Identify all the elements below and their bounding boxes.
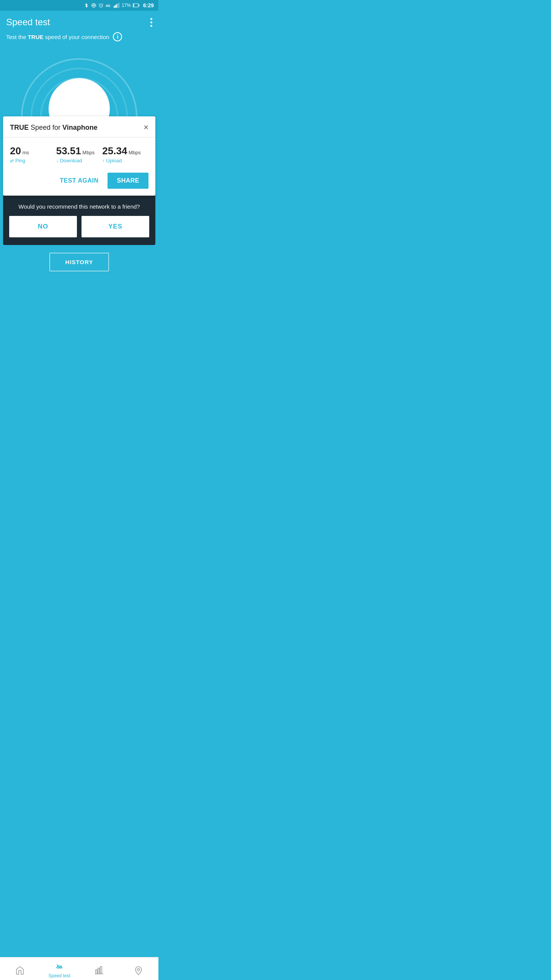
share-button[interactable]: SHARE xyxy=(108,173,148,189)
ping-value: 20 ms xyxy=(10,145,56,157)
subtitle-text: Test the TRUE speed of your connection xyxy=(6,34,109,40)
ping-metric: 20 ms ⇄ Ping xyxy=(10,145,56,163)
svg-text:4G: 4G xyxy=(106,4,110,8)
upload-metric: 25.34 Mbps ↑ Upload xyxy=(102,145,148,163)
recommendation-buttons: NO YES xyxy=(9,216,149,237)
network-icon: 4G xyxy=(106,3,112,8)
ping-icon: ⇄ xyxy=(10,158,14,163)
history-section: HISTORY xyxy=(0,245,158,279)
svg-rect-6 xyxy=(114,6,114,8)
subtitle: Test the TRUE speed of your connection i xyxy=(0,32,158,47)
svg-rect-9 xyxy=(117,3,118,8)
bluetooth-icon xyxy=(84,3,89,8)
upload-label: ↑ Upload xyxy=(102,158,148,163)
history-button[interactable]: HISTORY xyxy=(49,253,109,271)
card-actions: TEST AGAIN SHARE xyxy=(3,170,155,196)
time: 6:29 xyxy=(143,2,154,8)
battery-percent: 17% xyxy=(122,3,131,8)
svg-rect-7 xyxy=(115,5,116,8)
svg-rect-10 xyxy=(119,3,119,8)
svg-rect-12 xyxy=(139,5,139,7)
true-bold: TRUE xyxy=(28,34,44,40)
status-icons: 4G 17% 6:29 xyxy=(84,2,154,8)
svg-rect-8 xyxy=(116,4,117,8)
upload-value: 25.34 Mbps xyxy=(102,145,148,157)
vibrate-icon xyxy=(91,3,96,8)
metrics-row: 20 ms ⇄ Ping 53.51 Mbps ↓ Download 25.34… xyxy=(3,137,155,170)
results-card: TRUE Speed for Vinaphone × 20 ms ⇄ Ping … xyxy=(3,116,155,196)
status-bar: 4G 17% 6:29 xyxy=(0,0,158,11)
download-arrow-icon: ↓ xyxy=(56,158,59,163)
upload-arrow-icon: ↑ xyxy=(102,158,104,163)
signal-icon xyxy=(114,3,120,8)
alarm-icon xyxy=(98,3,104,8)
app-title: Speed test xyxy=(6,17,50,28)
test-again-button[interactable]: TEST AGAIN xyxy=(55,173,103,188)
info-button[interactable]: i xyxy=(113,32,122,41)
gauge-area xyxy=(0,47,158,116)
svg-rect-1 xyxy=(93,5,94,6)
svg-rect-13 xyxy=(133,4,134,7)
close-button[interactable]: × xyxy=(143,123,148,132)
ping-label: ⇄ Ping xyxy=(10,158,56,163)
recommendation-question: Would you recommend this network to a fr… xyxy=(9,203,149,210)
download-label: ↓ Download xyxy=(56,158,103,163)
card-header: TRUE Speed for Vinaphone × xyxy=(3,116,155,137)
yes-button[interactable]: YES xyxy=(82,216,149,237)
recommendation-panel: Would you recommend this network to a fr… xyxy=(3,196,155,245)
header: Speed test xyxy=(0,11,158,32)
card-title: TRUE Speed for Vinaphone xyxy=(10,124,98,132)
download-value: 53.51 Mbps xyxy=(56,145,103,157)
more-options-button[interactable] xyxy=(150,18,152,27)
no-button[interactable]: NO xyxy=(9,216,77,237)
download-metric: 53.51 Mbps ↓ Download xyxy=(56,145,103,163)
battery-icon xyxy=(133,3,140,8)
